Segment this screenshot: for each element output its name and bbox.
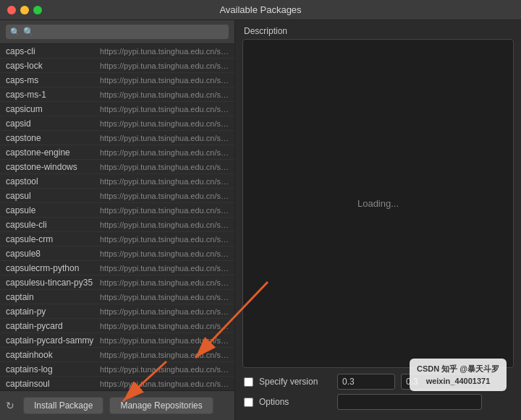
- loading-text: Loading...: [357, 198, 399, 209]
- package-name: capstool: [6, 176, 100, 187]
- package-row[interactable]: capsidhttps://pypi.tuna.tsinghua.edu.cn/…: [0, 116, 234, 131]
- package-row[interactable]: caps-ms-1https://pypi.tuna.tsinghua.edu.…: [0, 87, 234, 102]
- package-name: captain-py: [6, 307, 100, 317]
- package-url: https://pypi.tuna.tsinghua.edu.cn/simple…: [100, 76, 229, 85]
- package-name: capsule-crm: [6, 234, 100, 244]
- package-row[interactable]: captain-pyhttps://pypi.tuna.tsinghua.edu…: [0, 304, 234, 319]
- titlebar: Available Packages: [0, 0, 521, 20]
- package-row[interactable]: capstone-windowshttps://pypi.tuna.tsingh…: [0, 160, 234, 174]
- options-row: Options: [244, 394, 512, 410]
- close-button[interactable]: [7, 6, 16, 14]
- package-row[interactable]: capsulhttps://pypi.tuna.tsinghua.edu.cn/…: [0, 189, 234, 203]
- watermark-line2: weixin_44001371: [417, 375, 499, 387]
- package-name: captain-pycard-sammy: [6, 335, 100, 346]
- package-name: caps-ms: [6, 75, 100, 85]
- package-row[interactable]: caps-lockhttps://pypi.tuna.tsinghua.edu.…: [0, 59, 234, 73]
- specify-version-label: Specify version: [259, 377, 331, 387]
- package-name: captain-pycard: [6, 321, 100, 331]
- package-name: capsule-cli: [6, 220, 100, 230]
- package-url: https://pypi.tuna.tsinghua.edu.cn/simple…: [100, 119, 229, 128]
- package-name: capstone: [6, 133, 100, 143]
- package-url: https://pypi.tuna.tsinghua.edu.cn/simple…: [100, 278, 229, 287]
- options-checkbox[interactable]: [244, 398, 253, 407]
- package-name: caps-cli: [6, 46, 100, 56]
- minimize-button[interactable]: [20, 6, 29, 14]
- package-row[interactable]: captain-pycard-sammyhttps://pypi.tuna.ts…: [0, 333, 234, 348]
- bottom-toolbar: ↻ Install Package Manage Repositories: [0, 390, 234, 420]
- package-url: https://pypi.tuna.tsinghua.edu.cn/simple…: [100, 61, 229, 70]
- specify-version-checkbox[interactable]: [244, 377, 253, 387]
- package-url: https://pypi.tuna.tsinghua.edu.cn/simple…: [100, 380, 229, 388]
- package-row[interactable]: caps-clihttps://pypi.tuna.tsinghua.edu.c…: [0, 44, 234, 59]
- package-row[interactable]: capstonehttps://pypi.tuna.tsinghua.edu.c…: [0, 131, 234, 145]
- package-row[interactable]: capstone-enginehttps://pypi.tuna.tsinghu…: [0, 145, 234, 160]
- watermark: CSDN 知乎 @暴天斗罗 weixin_44001371: [410, 359, 507, 391]
- window-title: Available Packages: [219, 4, 301, 15]
- package-row[interactable]: capsulecrm-pythonhttps://pypi.tuna.tsing…: [0, 261, 234, 275]
- package-url: https://pypi.tuna.tsinghua.edu.cn/simple…: [100, 293, 229, 301]
- search-bar: 🔍: [0, 20, 234, 44]
- package-row[interactable]: capstoolhttps://pypi.tuna.tsinghua.edu.c…: [0, 174, 234, 189]
- package-url: https://pypi.tuna.tsinghua.edu.cn/simple…: [100, 249, 229, 258]
- manage-repositories-button[interactable]: Manage Repositories: [109, 397, 213, 414]
- search-icon: 🔍: [10, 27, 20, 37]
- window-controls: [7, 6, 42, 14]
- package-name: capsulecrm-python: [6, 263, 100, 273]
- package-name: capsule8: [6, 249, 100, 259]
- package-row[interactable]: captainsoulhttps://pypi.tuna.tsinghua.ed…: [0, 377, 234, 390]
- package-row[interactable]: capsule8https://pypi.tuna.tsinghua.edu.c…: [0, 247, 234, 261]
- package-url: https://pypi.tuna.tsinghua.edu.cn/simple…: [100, 192, 229, 200]
- package-name: caps-ms-1: [6, 90, 100, 100]
- package-url: https://pypi.tuna.tsinghua.edu.cn/simple…: [100, 264, 229, 273]
- description-label: Description: [235, 20, 521, 39]
- package-url: https://pypi.tuna.tsinghua.edu.cn/simple…: [100, 322, 229, 330]
- package-name: capsid: [6, 119, 100, 129]
- package-url: https://pypi.tuna.tsinghua.edu.cn/simple…: [100, 163, 229, 171]
- package-url: https://pypi.tuna.tsinghua.edu.cn/simple…: [100, 90, 229, 99]
- package-name: capstone-windows: [6, 162, 100, 172]
- install-package-button[interactable]: Install Package: [23, 397, 103, 414]
- package-row[interactable]: capsule-clihttps://pypi.tuna.tsinghua.ed…: [0, 218, 234, 232]
- package-url: https://pypi.tuna.tsinghua.edu.cn/simple…: [100, 206, 229, 215]
- package-url: https://pypi.tuna.tsinghua.edu.cn/simple…: [100, 134, 229, 142]
- package-url: https://pypi.tuna.tsinghua.edu.cn/simple…: [100, 336, 229, 345]
- package-row[interactable]: capsulesu-tincan-py35https://pypi.tuna.t…: [0, 275, 234, 290]
- description-box: Loading...: [242, 39, 514, 368]
- package-list[interactable]: caps-clihttps://pypi.tuna.tsinghua.edu.c…: [0, 44, 234, 390]
- package-name: capsicum: [6, 104, 100, 114]
- version-input[interactable]: [337, 374, 395, 390]
- package-url: https://pypi.tuna.tsinghua.edu.cn/simple…: [100, 220, 229, 229]
- package-row[interactable]: caps-mshttps://pypi.tuna.tsinghua.edu.cn…: [0, 73, 234, 87]
- package-url: https://pypi.tuna.tsinghua.edu.cn/simple…: [100, 47, 229, 56]
- package-row[interactable]: captainhttps://pypi.tuna.tsinghua.edu.cn…: [0, 290, 234, 304]
- package-url: https://pypi.tuna.tsinghua.edu.cn/simple…: [100, 235, 229, 244]
- options-label: Options: [259, 397, 331, 407]
- package-name: capsule: [6, 205, 100, 215]
- package-row[interactable]: capsule-crmhttps://pypi.tuna.tsinghua.ed…: [0, 232, 234, 247]
- package-name: captain: [6, 292, 100, 302]
- package-url: https://pypi.tuna.tsinghua.edu.cn/simple…: [100, 351, 229, 359]
- package-name: captainhook: [6, 350, 100, 360]
- package-url: https://pypi.tuna.tsinghua.edu.cn/simple…: [100, 148, 229, 157]
- package-name: captains-log: [6, 364, 100, 374]
- watermark-line1: CSDN 知乎 @暴天斗罗: [417, 363, 499, 375]
- package-row[interactable]: captainhookhttps://pypi.tuna.tsinghua.ed…: [0, 348, 234, 362]
- left-panel: 🔍 caps-clihttps://pypi.tuna.tsinghua.edu…: [0, 20, 235, 420]
- package-url: https://pypi.tuna.tsinghua.edu.cn/simple…: [100, 307, 229, 316]
- package-name: capstone-engine: [6, 147, 100, 158]
- package-name: capsul: [6, 191, 100, 201]
- package-name: captainsoul: [6, 379, 100, 389]
- refresh-icon[interactable]: ↻: [6, 400, 14, 411]
- package-url: https://pypi.tuna.tsinghua.edu.cn/simple…: [100, 177, 229, 186]
- package-row[interactable]: capsulehttps://pypi.tuna.tsinghua.edu.cn…: [0, 203, 234, 218]
- package-row[interactable]: captains-loghttps://pypi.tuna.tsinghua.e…: [0, 362, 234, 377]
- package-row[interactable]: captain-pycardhttps://pypi.tuna.tsinghua…: [0, 319, 234, 333]
- package-row[interactable]: capsicumhttps://pypi.tuna.tsinghua.edu.c…: [0, 102, 234, 116]
- package-name: caps-lock: [6, 61, 100, 71]
- package-name: capsulesu-tincan-py35: [6, 278, 100, 288]
- search-input[interactable]: [23, 27, 224, 37]
- search-input-wrapper[interactable]: 🔍: [6, 25, 229, 39]
- package-url: https://pypi.tuna.tsinghua.edu.cn/simple…: [100, 365, 229, 374]
- options-input[interactable]: [337, 394, 482, 410]
- maximize-button[interactable]: [33, 6, 42, 14]
